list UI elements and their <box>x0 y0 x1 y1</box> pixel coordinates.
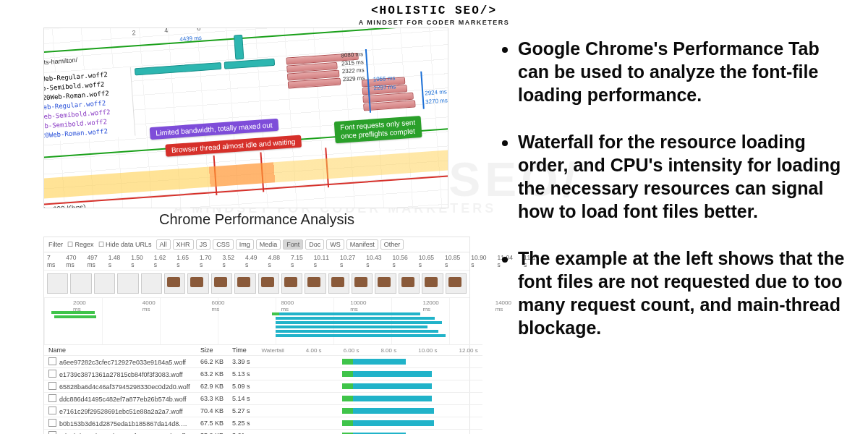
callout-idle: Browser thread almost idle and waiting <box>165 135 301 157</box>
perf-results-label: results-hamilton/ <box>43 56 77 67</box>
chrome-network-panel[interactable]: Filter ☐ Regex ☐ Hide data URLs AllXHRJS… <box>43 237 470 434</box>
net-request-row[interactable]: e1739c3871361a27815cb84f0f3f3083.woff63.… <box>44 368 482 380</box>
net-toolbar[interactable]: Filter ☐ Regex ☐ Hide data URLs AllXHRJS… <box>44 237 469 252</box>
filmstrip-frame[interactable] <box>281 273 302 294</box>
net-col-header[interactable]: Size <box>196 345 228 356</box>
callout-bandwidth: Limited bandwidth, totally maxed out <box>150 119 279 140</box>
explanation-column: Google Chrome's Performance Tab can be u… <box>492 38 846 364</box>
net-filter-tab[interactable]: Img <box>236 239 254 250</box>
filmstrip-frame[interactable] <box>352 273 373 294</box>
perf-file-list: ...Web-Regular.woff2..eb-Semibold.woff2.… <box>43 67 135 143</box>
filmstrip-frame[interactable] <box>94 273 115 294</box>
net-filter-tab[interactable]: Media <box>256 239 281 250</box>
filmstrip-frame[interactable] <box>211 273 232 294</box>
filmstrip-frame[interactable] <box>70 273 91 294</box>
net-filter-tab[interactable]: CSS <box>213 239 234 250</box>
net-frame-times: 7 ms470 ms497 ms1.48 s1.50 s1.62 s1.65 s… <box>44 252 469 271</box>
net-filter-tab[interactable]: XHR <box>173 239 194 250</box>
brand-header: <HOLISTIC SEO/> A MINDSET FOR CODER MARK… <box>0 4 868 26</box>
net-filter-tab[interactable]: JS <box>196 239 211 250</box>
net-filter-tab[interactable]: WS <box>326 239 344 250</box>
filmstrip-frame[interactable] <box>187 273 208 294</box>
net-filter-tab[interactable]: Doc <box>305 239 324 250</box>
net-request-row[interactable]: b0b153b3d61d2875eda1b185867da14d8.woff67… <box>44 417 482 430</box>
filmstrip-frame[interactable] <box>422 273 443 294</box>
net-request-row[interactable]: a6ee97282c3cfec712927e033e9184a5.woff66.… <box>44 356 482 368</box>
filmstrip-frame[interactable] <box>375 273 396 294</box>
brand-name: <HOLISTIC SEO/> <box>0 4 868 17</box>
filmstrip-frame[interactable] <box>258 273 279 294</box>
chrome-performance-panel[interactable]: 246810121416182022 4439 ms Foava results… <box>43 27 448 208</box>
filmstrip-frame[interactable] <box>47 273 68 294</box>
net-filter-tab[interactable]: Other <box>380 239 404 250</box>
net-request-table[interactable]: NameSizeTimeWaterfall4.00 s6.00 s8.00 s1… <box>44 344 482 434</box>
brand-tagline: A MINDSET FOR CODER MARKETERS <box>0 19 868 26</box>
net-filter-tab[interactable]: Manifest <box>346 239 378 250</box>
callout-preflight: Font requests only sentonce preflights c… <box>334 116 422 143</box>
bullet-item: The example at the left shows that the f… <box>518 247 846 339</box>
filmstrip-frame[interactable] <box>446 273 467 294</box>
net-request-row[interactable]: e7161c29f29528691ebc51e88a2a2a7.woff70.4… <box>44 405 482 417</box>
net-request-row[interactable]: 2d1abd9e15bcc08b1508cfe12acc38ed.woff35.… <box>44 430 482 435</box>
filter-label[interactable]: Filter <box>48 241 63 248</box>
net-waterfall-overview[interactable]: 2000 ms4000 ms6000 ms8000 ms10000 ms1200… <box>44 298 469 344</box>
net-request-row[interactable]: ddc886d41495c482ef7a877eb26b574b.woff63.… <box>44 393 482 405</box>
filmstrip-frame[interactable] <box>328 273 349 294</box>
caption-performance: Chrome Performance Analysis <box>43 211 470 228</box>
filmstrip-frame[interactable] <box>305 273 326 294</box>
bullet-item: Waterfall for the resource loading order… <box>518 131 846 223</box>
net-col-header[interactable]: Time <box>228 345 255 356</box>
filmstrip-frame[interactable] <box>164 273 185 294</box>
bullet-item: Google Chrome's Performance Tab can be u… <box>518 38 846 106</box>
filmstrip-frame[interactable] <box>141 273 162 294</box>
net-request-row[interactable]: 65828ba6d4c46af37945298330ec0d2d0.woff62… <box>44 380 482 393</box>
net-filter-tab[interactable]: All <box>156 239 171 250</box>
net-filmstrip[interactable] <box>44 271 469 298</box>
net-filter-tab[interactable]: Font <box>283 239 303 250</box>
filmstrip-frame[interactable] <box>234 273 255 294</box>
filmstrip-frame[interactable] <box>399 273 420 294</box>
net-col-header[interactable]: Waterfall4.00 s6.00 s8.00 s10.00 s12.00 … <box>255 345 482 356</box>
net-col-header[interactable]: Name <box>44 345 196 356</box>
filmstrip-frame[interactable] <box>117 273 138 294</box>
